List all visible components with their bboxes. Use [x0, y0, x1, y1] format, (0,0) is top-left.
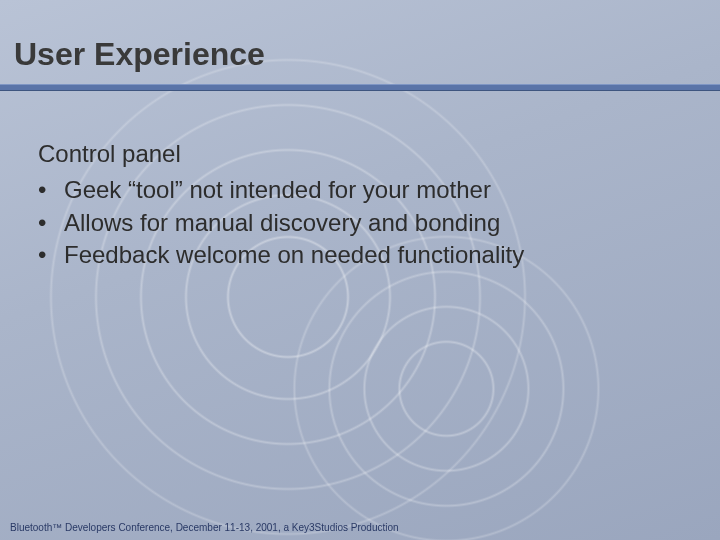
slide-body: Control panel Geek “tool” not intended f…	[34, 138, 680, 272]
bullet-item: Allows for manual discovery and bonding	[34, 207, 680, 239]
bullet-text: Feedback welcome on needed functionality	[64, 241, 524, 268]
bullet-item: Geek “tool” not intended for your mother	[34, 174, 680, 206]
bullet-item: Feedback welcome on needed functionality	[34, 239, 680, 271]
title-underline	[0, 84, 720, 91]
slide: User Experience Control panel Geek “tool…	[0, 0, 720, 540]
bullet-list: Geek “tool” not intended for your mother…	[34, 174, 680, 271]
body-intro: Control panel	[38, 138, 680, 170]
bullet-text: Geek “tool” not intended for your mother	[64, 176, 491, 203]
bullet-text: Allows for manual discovery and bonding	[64, 209, 500, 236]
slide-title: User Experience	[14, 36, 265, 73]
slide-footer: Bluetooth™ Developers Conference, Decemb…	[10, 522, 520, 534]
